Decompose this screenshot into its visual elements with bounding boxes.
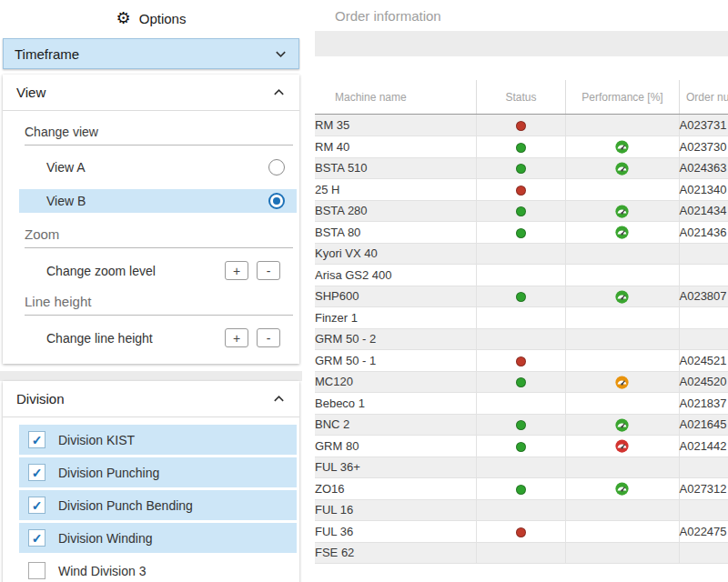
radio-selected-icon[interactable]	[268, 193, 285, 209]
checkbox-checked-icon[interactable]: ✓	[28, 529, 46, 547]
table-row[interactable]: BSTA 80A021436	[315, 222, 728, 244]
division-item-division-punch-bending[interactable]: ✓Division Punch Bending	[19, 490, 297, 520]
table-row[interactable]: Arisa GS2 400	[315, 265, 728, 286]
performance-cell	[565, 457, 679, 478]
order-table: RM 35A023731RM 40A023730BSTA 510A0243632…	[315, 115, 728, 564]
status-cell	[476, 179, 565, 201]
performance-gauge-green-icon	[615, 289, 629, 303]
machine-name-cell: 25 H	[315, 179, 476, 201]
performance-gauge-green-icon	[615, 204, 629, 217]
timeframe-section-header[interactable]: Timeframe	[3, 38, 299, 69]
column-header-order-number[interactable]: Order number	[679, 80, 728, 114]
performance-gauge-orange-icon	[615, 375, 629, 388]
performance-cell	[565, 286, 679, 307]
order-number-cell: A021436	[679, 222, 728, 244]
status-green-icon	[516, 164, 526, 174]
table-row[interactable]: FUL 36+	[315, 457, 728, 478]
status-cell	[476, 521, 565, 543]
order-number-cell	[679, 499, 728, 521]
machine-name-cell: Kyori VX 40	[315, 243, 476, 265]
checkbox-unchecked-icon[interactable]	[28, 562, 46, 579]
zoom-increase-button[interactable]: +	[225, 261, 248, 280]
table-row[interactable]: ZO16A027312	[315, 478, 728, 500]
performance-cell	[565, 371, 679, 393]
performance-cell	[565, 136, 679, 158]
column-header-status[interactable]: Status	[476, 80, 565, 114]
order-number-cell	[679, 307, 728, 329]
performance-cell	[565, 436, 679, 457]
line-height-control-label: Change line height	[46, 331, 153, 346]
checkbox-checked-icon[interactable]: ✓	[28, 497, 46, 514]
order-number-cell	[679, 243, 728, 265]
order-information-panel: Order information Machine name Status Pe…	[315, 0, 728, 582]
performance-cell	[565, 265, 679, 286]
table-row[interactable]: BNC 2A021645	[315, 414, 728, 436]
table-row[interactable]: Finzer 1	[315, 307, 728, 329]
zoom-decrease-button[interactable]: -	[257, 261, 280, 280]
order-number-cell: A023807	[679, 286, 728, 307]
table-row[interactable]: GRM 50 - 2	[315, 328, 728, 350]
view-panel: View Change view View AView B Zoom Chang…	[3, 75, 299, 364]
division-item-division-punching[interactable]: ✓Division Punching	[19, 457, 297, 487]
order-number-cell: A027312	[679, 478, 728, 500]
performance-cell	[565, 307, 679, 329]
view-option-view-b[interactable]: View B	[19, 189, 297, 213]
performance-cell	[565, 350, 679, 372]
order-number-cell: A022475	[679, 521, 728, 543]
column-header-performance[interactable]: Performance [%]	[565, 80, 679, 114]
chevron-up-icon	[272, 85, 286, 99]
machine-name-cell: Finzer 1	[315, 307, 476, 329]
radio-unselected-icon[interactable]	[268, 159, 285, 176]
column-header-machine-name[interactable]: Machine name	[315, 80, 476, 114]
machine-name-cell: FUL 16	[315, 499, 476, 521]
performance-cell	[565, 542, 679, 564]
status-cell	[476, 286, 565, 307]
page-title: Order information	[315, 0, 728, 31]
table-row[interactable]: 25 HA021340	[315, 179, 728, 201]
checkbox-checked-icon[interactable]: ✓	[28, 431, 46, 448]
table-row[interactable]: GRM 80A021442	[315, 436, 728, 457]
table-row[interactable]: FSE 62	[315, 542, 728, 564]
division-item-division-winding[interactable]: ✓Division Winding	[19, 523, 297, 553]
line-height-increase-button[interactable]: +	[225, 328, 248, 347]
status-green-icon	[516, 485, 526, 495]
division-item-label: Division Punching	[58, 466, 159, 480]
division-item-label: Division KIST	[58, 433, 135, 447]
view-option-view-a[interactable]: View A	[19, 156, 297, 179]
performance-gauge-red-icon	[615, 438, 629, 452]
machine-name-cell: ZO16	[315, 478, 476, 500]
table-row[interactable]: RM 40A023730	[315, 136, 728, 158]
status-cell	[476, 157, 565, 179]
status-red-icon	[516, 186, 526, 196]
status-cell	[476, 243, 565, 265]
table-row[interactable]: BSTA 280A021434	[315, 200, 728, 222]
machine-name-cell: RM 35	[315, 115, 476, 136]
table-row[interactable]: Bebeco 1A021837	[315, 393, 728, 415]
division-item-division-kist[interactable]: ✓Division KIST	[19, 425, 297, 455]
checkbox-checked-icon[interactable]: ✓	[28, 464, 46, 481]
table-row[interactable]: BSTA 510A024363	[315, 157, 728, 179]
table-row[interactable]: FUL 36A022475	[315, 521, 728, 543]
table-row[interactable]: GRM 50 - 1A024521	[315, 350, 728, 372]
order-number-cell: A023731	[679, 115, 728, 136]
status-cell	[476, 200, 565, 222]
view-option-label: View A	[46, 160, 86, 175]
order-number-cell: A024363	[679, 157, 728, 179]
division-section-header[interactable]: Division	[3, 381, 299, 417]
division-item-wind-division-3[interactable]: Wind Division 3	[19, 556, 297, 582]
machine-name-cell: BNC 2	[315, 414, 476, 436]
performance-gauge-green-icon	[615, 225, 629, 238]
table-row[interactable]: FUL 16	[315, 499, 728, 521]
zoom-control-label: Change zoom level	[46, 264, 156, 278]
table-row[interactable]: SHP600A023807	[315, 286, 728, 307]
order-number-cell: A021645	[679, 414, 728, 436]
change-view-heading: Change view	[25, 125, 293, 146]
status-cell	[476, 222, 565, 244]
table-row[interactable]: MC120A024520	[315, 371, 728, 393]
line-height-decrease-button[interactable]: -	[257, 328, 280, 347]
table-row[interactable]: Kyori VX 40	[315, 243, 728, 265]
zoom-control-row: Change zoom level + -	[19, 261, 297, 280]
table-row[interactable]: RM 35A023731	[315, 115, 728, 136]
view-section-header[interactable]: View	[3, 75, 299, 111]
division-panel: Division ✓Division KIST✓Division Punchin…	[3, 381, 299, 582]
